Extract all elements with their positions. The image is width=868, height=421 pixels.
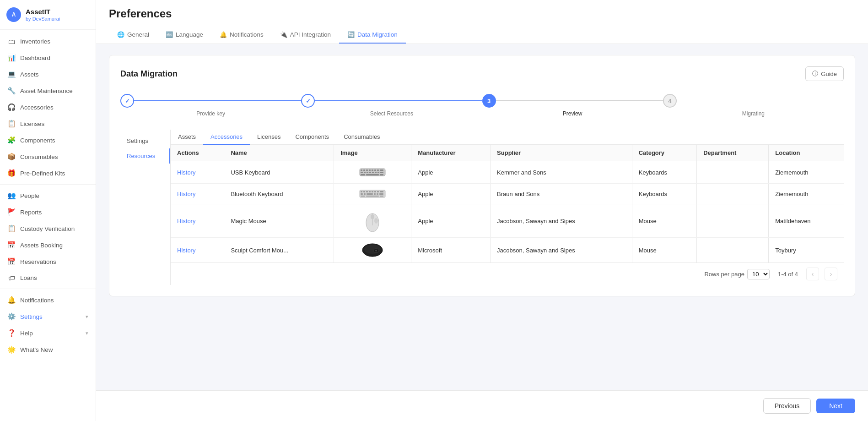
manufacturer-cell: Apple [411,204,491,238]
help-icon: ❓ [7,329,16,337]
sidebar-item-reports[interactable]: 🚩 Reports [0,204,96,220]
category-cell: Mouse [632,238,696,263]
app-logo[interactable]: A AssetIT by DevSamurai [0,0,96,30]
svg-rect-33 [377,193,378,195]
step-label-1: Provide key [196,110,225,117]
sidebar-item-licenses[interactable]: 📋 Licenses [0,115,96,132]
content-area: Data Migration ⓘ Guide ✓ Provide key [96,44,868,390]
migration-sidebar-settings[interactable]: Settings [120,133,170,148]
sidebar-item-label: Components [20,137,88,144]
asset-maintenance-icon: 🔧 [7,87,16,95]
tab-api-integration[interactable]: 🔌 API Integration [272,27,339,44]
image-cell [334,184,411,204]
rows-per-page-label: Rows per page [704,271,744,278]
sidebar-item-asset-maintenance[interactable]: 🔧 Asset Maintenance [0,82,96,99]
svg-rect-34 [379,193,383,195]
prev-page-button[interactable]: ‹ [806,268,819,280]
department-cell [697,204,769,238]
svg-rect-25 [372,191,373,192]
rows-per-page-select[interactable]: 10 25 50 [747,269,770,279]
col-image: Image [334,145,411,161]
previous-button[interactable]: Previous [763,398,811,414]
sidebar-item-pre-defined-kits[interactable]: 🎁 Pre-Defined Kits [0,165,96,181]
svg-rect-26 [374,191,376,192]
dashboard-icon: 📊 [7,54,16,62]
svg-point-45 [375,250,377,252]
svg-rect-23 [366,191,368,192]
location-cell: Ziememouth [769,161,844,184]
sidebar-item-whats-new[interactable]: 🌟 What's New [0,341,96,358]
reports-icon: 🚩 [7,208,16,216]
history-link[interactable]: History [177,218,195,224]
manufacturer-cell: Microsoft [411,238,491,263]
tab-data-migration[interactable]: 🔄 Data Migration [339,27,406,44]
step-migrating: 4 Migrating [663,94,844,117]
next-button[interactable]: Next [816,399,855,413]
accessories-table: Actions Name Image Manufacturer Supplier… [171,145,844,262]
sidebar-item-people[interactable]: 👥 People [0,187,96,204]
page-footer: Previous Next [96,390,868,421]
location-cell: Ziememouth [769,184,844,204]
sidebar-item-label: Assets Booking [20,242,88,249]
next-page-button[interactable]: › [825,268,837,280]
step-label-3: Preview [563,110,582,117]
bell-icon: 🔔 [220,31,227,38]
tab-components[interactable]: Components [288,130,336,145]
sidebar-item-assets[interactable]: 💻 Assets [0,66,96,82]
card-title: Data Migration [120,69,178,79]
sidebar-item-consumables[interactable]: 📦 Consumables [0,148,96,165]
sidebar-item-components[interactable]: 🧩 Components [0,132,96,148]
sidebar-item-label: Settings [20,313,81,320]
department-cell [697,238,769,263]
sidebar: A AssetIT by DevSamurai 🗃 Inventories 📊 … [0,0,96,421]
svg-rect-15 [377,172,379,173]
step-line-2 [315,100,482,101]
category-cell: Keyboards [632,161,696,184]
svg-rect-30 [364,193,366,195]
sidebar-item-label: Consumables [20,153,88,160]
action-cell: History [171,238,224,263]
sidebar-item-dashboard[interactable]: 📊 Dashboard [0,49,96,66]
sidebar-nav: 🗃 Inventories 📊 Dashboard 💻 Assets 🔧 Ass… [0,30,96,361]
tab-assets[interactable]: Assets [171,130,203,145]
svg-rect-18 [366,174,379,175]
sidebar-item-custody-verification[interactable]: 📋 Custody Verification [0,220,96,237]
sidebar-item-notifications[interactable]: 🔔 Notifications [0,292,96,308]
sidebar-item-help[interactable]: ❓ Help ▾ [0,325,96,341]
svg-rect-27 [377,191,379,192]
name-cell: USB Keyboard [224,161,334,184]
rows-per-page: Rows per page 10 25 50 [704,269,769,279]
migration-sidebar-resources[interactable]: Resources [120,148,170,164]
svg-rect-24 [369,191,371,192]
tab-notifications[interactable]: 🔔 Notifications [211,27,272,44]
keyboard2-image [359,188,386,199]
sidebar-item-label: Reservations [20,258,88,265]
svg-rect-2 [363,169,365,171]
tab-accessories[interactable]: Accessories [203,130,250,145]
card-header: Data Migration ⓘ Guide [120,66,844,81]
sidebar-item-label: Help [20,330,81,337]
guide-button[interactable]: ⓘ Guide [805,66,844,81]
sidebar-item-label: People [20,192,88,199]
manufacturer-cell: Apple [411,184,491,204]
pagination-info: 1-4 of 4 [778,271,798,278]
sidebar-item-reservations[interactable]: 📅 Reservations [0,253,96,270]
history-link[interactable]: History [177,191,195,197]
sidebar-item-loans[interactable]: 🏷 Loans [0,270,96,286]
supplier-cell: Kemmer and Sons [491,161,632,184]
tab-licenses[interactable]: Licenses [250,130,288,145]
sidebar-item-accessories[interactable]: 🎧 Accessories [0,99,96,115]
tab-general[interactable]: 🌐 General [109,27,157,44]
tab-language[interactable]: 🔤 Language [157,27,211,44]
svg-rect-7 [377,169,379,171]
sidebar-item-assets-booking[interactable]: 📅 Assets Booking [0,237,96,253]
svg-rect-31 [367,193,373,195]
history-link[interactable]: History [177,247,195,254]
logo-icon: A [6,7,21,22]
sidebar-item-inventories[interactable]: 🗃 Inventories [0,33,96,49]
sidebar-item-settings[interactable]: ⚙️ Settings ▾ [0,308,96,325]
tab-consumables[interactable]: Consumables [336,130,388,145]
svg-rect-36 [366,196,379,197]
history-link[interactable]: History [177,169,195,176]
svg-rect-22 [363,191,365,192]
